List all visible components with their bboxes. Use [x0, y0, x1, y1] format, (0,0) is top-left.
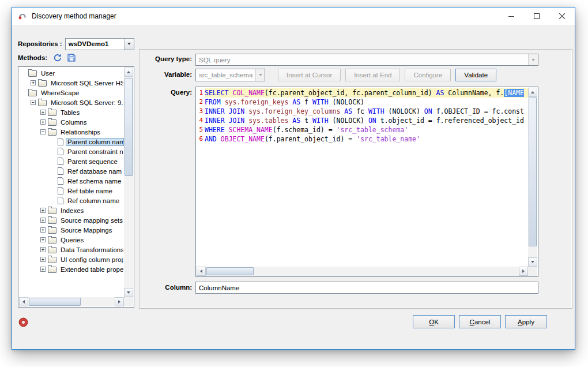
scroll-thumb[interactable]: [125, 78, 133, 176]
insert-at-end-button[interactable]: Insert at End: [345, 69, 400, 81]
document-icon: [58, 158, 63, 165]
expand-toggle-icon[interactable]: +: [40, 257, 46, 262]
tree-item[interactable]: +Tables: [19, 107, 124, 117]
folder-icon: [48, 119, 56, 126]
close-button[interactable]: [549, 8, 575, 25]
ok-button[interactable]: OK: [413, 315, 455, 328]
expand-toggle-icon[interactable]: +: [40, 237, 46, 242]
tree-item-label: Tables: [59, 108, 81, 117]
line-number: 3: [196, 107, 205, 116]
window-controls: [499, 8, 575, 25]
scrollbar-corner: [124, 297, 133, 306]
scroll-left-button[interactable]: [19, 297, 28, 306]
expand-toggle-icon[interactable]: +: [40, 110, 46, 115]
collapse-toggle-icon[interactable]: −: [31, 100, 36, 105]
tree-item[interactable]: Ref schema name: [19, 176, 124, 186]
tree-item[interactable]: +Columns: [19, 117, 124, 127]
folder-icon: [28, 70, 37, 77]
expand-toggle-icon[interactable]: +: [40, 208, 46, 213]
folder-icon: [38, 100, 47, 106]
titlebar[interactable]: Discovery method manager: [12, 8, 575, 25]
expand-toggle-icon[interactable]: +: [40, 119, 46, 125]
tree-item[interactable]: Ref table name: [19, 186, 124, 196]
tree-item[interactable]: User: [19, 68, 124, 78]
folder-icon: [48, 218, 56, 224]
column-field[interactable]: [195, 282, 538, 294]
scroll-thumb[interactable]: [29, 298, 81, 306]
document-icon: [58, 138, 63, 145]
repository-select[interactable]: wsDVDemo1: [65, 38, 134, 50]
tree-item-label: Ref schema name: [66, 177, 123, 185]
tree-item[interactable]: +Queries: [19, 235, 124, 245]
apply-button[interactable]: Apply: [505, 315, 547, 328]
variable-label: Variable:: [140, 71, 192, 78]
tree-item[interactable]: +Data Transformations: [19, 245, 124, 254]
tree-item-label: Relationships: [59, 128, 102, 136]
minimize-button[interactable]: [499, 8, 524, 25]
collapse-toggle-icon[interactable]: −: [40, 129, 46, 134]
tree-item-label: Queries: [59, 236, 85, 244]
insert-at-cursor-button[interactable]: Insert at Cursor: [278, 69, 341, 81]
tree-item[interactable]: +UI config column prop: [19, 254, 124, 264]
tree-item[interactable]: −Microsoft SQL Server: 9.0 -: [19, 98, 124, 107]
save-methods-button[interactable]: [67, 53, 76, 62]
query-group-panel: Query type: SQL query Variable: src_tabl…: [139, 49, 572, 309]
tree-item[interactable]: +Microsoft SQL Server HS: 9: [19, 78, 124, 88]
tree-item[interactable]: Parent sequence: [19, 156, 124, 166]
sql-editor[interactable]: 123456 SELECT COL_NAME(fc.parent_object_…: [195, 87, 538, 277]
scroll-up-button[interactable]: [528, 88, 537, 97]
folder-icon: [48, 208, 56, 214]
query-type-value: SQL query: [196, 57, 233, 63]
scroll-down-button[interactable]: [528, 257, 537, 267]
code-line: FROM sys.foreign_keys AS f WITH (NOLOCK): [205, 98, 528, 107]
tree-item[interactable]: −Relationships: [19, 127, 124, 137]
tree-horizontal-scrollbar[interactable]: [19, 297, 124, 306]
maximize-button[interactable]: [524, 8, 549, 25]
line-number: 6: [196, 134, 205, 144]
editor-horizontal-scrollbar[interactable]: [197, 267, 528, 276]
expand-toggle-icon[interactable]: +: [40, 267, 46, 272]
tree-item-label: Parent column nam: [66, 138, 124, 146]
expand-toggle-icon[interactable]: +: [40, 227, 46, 233]
editor-vertical-scrollbar[interactable]: [528, 88, 537, 267]
chevron-down-icon[interactable]: [124, 39, 134, 50]
refresh-methods-button[interactable]: [52, 53, 62, 62]
chevron-down-icon: [528, 54, 538, 65]
tree-item[interactable]: +Source mapping sets: [19, 215, 124, 225]
close-icon: [559, 13, 565, 19]
maximize-icon: [534, 13, 540, 19]
tree-item[interactable]: Ref column name: [19, 196, 124, 205]
lifebuoy-icon: [18, 317, 28, 327]
scroll-left-button[interactable]: [197, 267, 206, 276]
tree-item[interactable]: WhereScape: [19, 88, 124, 98]
tree-item-label: Columns: [59, 118, 88, 126]
expand-toggle-icon[interactable]: +: [31, 80, 36, 85]
tree-item-label: Extended table proper: [59, 265, 124, 274]
expand-toggle-icon[interactable]: +: [40, 247, 46, 252]
scroll-thumb[interactable]: [529, 98, 537, 246]
validate-button[interactable]: Validate: [455, 69, 496, 81]
tree-vertical-scrollbar[interactable]: [124, 68, 133, 297]
scroll-right-button[interactable]: [115, 297, 124, 306]
tree-item-label: Source mapping sets: [59, 216, 124, 224]
scroll-thumb[interactable]: [206, 267, 254, 275]
tree-item[interactable]: Parent constraint n: [19, 147, 124, 156]
tree-item[interactable]: Parent column nam: [19, 137, 124, 147]
method-tree[interactable]: User+Microsoft SQL Server HS: 9WhereScap…: [19, 68, 124, 297]
scroll-down-button[interactable]: [124, 288, 133, 297]
tree-item[interactable]: Ref database nam: [19, 166, 124, 176]
scroll-right-button[interactable]: [519, 267, 528, 276]
line-number: 5: [196, 125, 205, 134]
tree-item[interactable]: +Source Mappings: [19, 225, 124, 235]
expand-toggle-icon[interactable]: +: [40, 218, 46, 223]
scroll-up-button[interactable]: [124, 68, 133, 77]
configure-button[interactable]: Configure: [405, 69, 451, 81]
refresh-icon: [53, 54, 62, 62]
tree-item[interactable]: +Indexes: [19, 205, 124, 215]
dialog-buttons: OKCancelApply: [413, 315, 547, 328]
sql-code[interactable]: SELECT COL_NAME(fc.parent_object_id, fc.…: [205, 87, 528, 267]
tree-item[interactable]: +Extended table proper: [19, 264, 124, 274]
cancel-button[interactable]: Cancel: [459, 315, 501, 328]
tree-item-label: Ref table name: [66, 187, 114, 195]
variable-select: src_table_schema: [195, 69, 265, 81]
